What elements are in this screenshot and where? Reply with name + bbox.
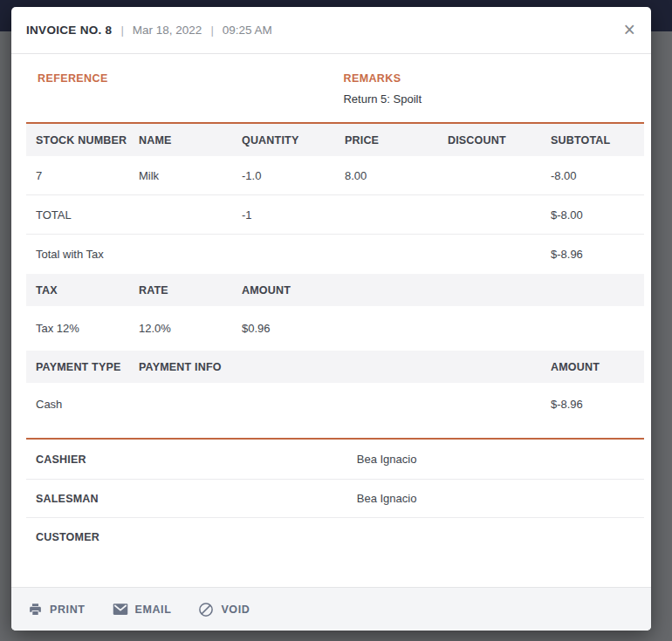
cell-tax-name: Tax 12% bbox=[26, 322, 129, 335]
envelope-icon bbox=[113, 603, 128, 616]
total-with-tax-row: Total with Tax $-8.96 bbox=[26, 235, 644, 274]
col-quantity: QUANTITY bbox=[232, 134, 335, 147]
col-price: PRICE bbox=[335, 134, 438, 147]
total-subtotal: $-8.00 bbox=[541, 208, 644, 222]
payment-table: PAYMENT TYPE PAYMENT INFO AMOUNT Cash $-… bbox=[26, 351, 644, 426]
customer-label: CUSTOMER bbox=[26, 531, 109, 543]
customer-row: CUSTOMER bbox=[26, 518, 644, 556]
col-tax: TAX bbox=[26, 284, 129, 297]
cell-price: 8.00 bbox=[335, 169, 438, 182]
header-separator: | bbox=[120, 24, 123, 37]
total-with-tax-label: Total with Tax bbox=[26, 248, 335, 261]
invoice-number: INVOICE NO. 8 bbox=[26, 24, 112, 37]
col-tax-amount: AMOUNT bbox=[232, 284, 335, 297]
cell-subtotal: -8.00 bbox=[541, 169, 644, 182]
invoice-time: 09:25 AM bbox=[223, 24, 272, 37]
cell-payment-amount: $-8.96 bbox=[541, 398, 644, 411]
tax-row: Tax 12% 12.0% $0.96 bbox=[26, 306, 644, 351]
cell-quantity: -1.0 bbox=[232, 169, 335, 182]
tax-table-header: TAX RATE AMOUNT bbox=[26, 274, 644, 306]
total-row: TOTAL -1 $-8.00 bbox=[26, 195, 644, 235]
invoice-date: Mar 18, 2022 bbox=[133, 24, 202, 37]
void-label: VOID bbox=[221, 603, 250, 616]
invoice-detail-modal: INVOICE NO. 8 | Mar 18, 2022 | 09:25 AM … bbox=[11, 7, 651, 631]
col-stock-number: STOCK NUMBER bbox=[26, 134, 129, 147]
col-name: NAME bbox=[129, 134, 232, 147]
email-button[interactable]: EMAIL bbox=[111, 599, 174, 619]
void-button[interactable]: VOID bbox=[196, 598, 251, 621]
total-quantity: -1 bbox=[232, 208, 335, 222]
reference-block: REFERENCE bbox=[26, 72, 343, 122]
header-separator: | bbox=[210, 24, 213, 37]
total-with-tax-value: $-8.96 bbox=[541, 248, 644, 261]
cell-tax-rate: 12.0% bbox=[129, 322, 232, 335]
modal-footer: PRINT EMAIL VOID bbox=[11, 587, 651, 631]
items-table: STOCK NUMBER NAME QUANTITY PRICE DISCOUN… bbox=[26, 124, 644, 274]
cashier-label: CASHIER bbox=[26, 453, 96, 466]
cell-payment-type: Cash bbox=[26, 398, 129, 411]
cell-tax-amount: $0.96 bbox=[232, 322, 335, 335]
printer-icon bbox=[28, 602, 43, 617]
col-payment-info: PAYMENT INFO bbox=[129, 361, 541, 373]
remarks-block: REMARKS Return 5: Spoilt bbox=[343, 72, 636, 122]
reference-label: REFERENCE bbox=[38, 72, 343, 85]
print-label: PRINT bbox=[50, 603, 86, 616]
payment-table-header: PAYMENT TYPE PAYMENT INFO AMOUNT bbox=[26, 351, 644, 383]
items-table-header: STOCK NUMBER NAME QUANTITY PRICE DISCOUN… bbox=[26, 124, 644, 156]
close-icon[interactable]: × bbox=[617, 17, 642, 44]
tax-table: TAX RATE AMOUNT Tax 12% 12.0% $0.96 bbox=[26, 274, 644, 351]
salesman-row: SALESMAN Bea Ignacio bbox=[26, 480, 644, 518]
cashier-value: Bea Ignacio bbox=[357, 453, 417, 466]
salesman-label: SALESMAN bbox=[26, 493, 108, 505]
print-button[interactable]: PRINT bbox=[26, 598, 87, 620]
meta-section: REFERENCE REMARKS Return 5: Spoilt bbox=[11, 54, 651, 122]
col-payment-type: PAYMENT TYPE bbox=[26, 361, 129, 373]
email-label: EMAIL bbox=[135, 603, 172, 616]
cashier-row: CASHIER Bea Ignacio bbox=[26, 440, 644, 480]
cell-stock-number: 7 bbox=[26, 169, 129, 182]
col-rate: RATE bbox=[129, 284, 232, 297]
void-icon bbox=[198, 602, 214, 617]
col-payment-amount: AMOUNT bbox=[541, 361, 644, 373]
col-discount: DISCOUNT bbox=[438, 134, 541, 147]
table-row: 7 Milk -1.0 8.00 -8.00 bbox=[26, 156, 644, 195]
cell-name: Milk bbox=[129, 169, 232, 182]
remarks-value: Return 5: Spoilt bbox=[343, 92, 636, 106]
col-subtotal: SUBTOTAL bbox=[541, 134, 644, 147]
remarks-label: REMARKS bbox=[343, 72, 636, 85]
payment-row: Cash $-8.96 bbox=[26, 383, 644, 426]
modal-header: INVOICE NO. 8 | Mar 18, 2022 | 09:25 AM … bbox=[11, 7, 651, 54]
salesman-value: Bea Ignacio bbox=[357, 492, 417, 505]
total-label: TOTAL bbox=[26, 208, 129, 222]
